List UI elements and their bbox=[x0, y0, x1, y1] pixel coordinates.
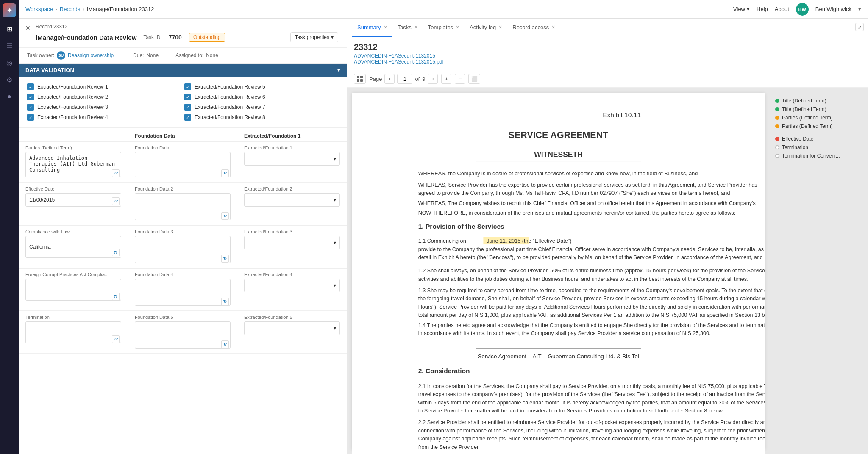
svg-text:WITNESSETH: WITNESSETH bbox=[534, 150, 583, 159]
app-logo[interactable]: ✦ bbox=[3, 3, 16, 17]
svg-text:Company against applicable rec: Company against applicable receipts. Suc… bbox=[418, 436, 765, 442]
reassign-link[interactable]: Reassign ownership bbox=[68, 53, 114, 58]
task-id-value: 7700 bbox=[169, 34, 182, 41]
next-page-button[interactable]: › bbox=[428, 74, 438, 84]
doc-link-1[interactable]: ADVANCEDIN-F1ASecurit-1132015 bbox=[354, 53, 861, 59]
fd2-tr-icon[interactable]: Tr bbox=[221, 212, 229, 220]
about-link[interactable]: About bbox=[775, 6, 789, 12]
breadcrumb-sep-2: › bbox=[83, 6, 84, 12]
sidebar-item-settings[interactable]: ⚙ bbox=[3, 73, 16, 86]
user-avatar[interactable]: BW bbox=[796, 3, 809, 16]
tab-templates[interactable]: Templates ✕ bbox=[423, 19, 465, 37]
tab-record-access[interactable]: Record access ✕ bbox=[507, 19, 560, 37]
help-link[interactable]: Help bbox=[757, 6, 768, 12]
extracted-1-dropdown[interactable]: ▾ bbox=[244, 152, 340, 166]
effective-tr-icon[interactable]: Tr bbox=[112, 197, 120, 205]
tab-tasks-close[interactable]: ✕ bbox=[414, 25, 418, 30]
fd5-tr-icon[interactable]: Tr bbox=[221, 340, 229, 348]
close-button[interactable]: ✕ bbox=[24, 24, 32, 32]
data-validation-header[interactable]: DATA VALIDATION ▾ bbox=[19, 64, 347, 77]
foreign-input[interactable] bbox=[25, 279, 121, 301]
extracted-3-dropdown[interactable]: ▾ bbox=[244, 236, 340, 249]
annotation-group-dates: Effective Date Termination Termination f… bbox=[775, 136, 858, 159]
view-dropdown[interactable]: View ▾ bbox=[733, 6, 750, 12]
prev-page-button[interactable]: ‹ bbox=[384, 74, 395, 84]
foreign-tr-icon[interactable]: Tr bbox=[112, 293, 120, 300]
sidebar-item-home[interactable]: ⊞ bbox=[3, 22, 16, 36]
checkbox-item-2[interactable]: Extracted/Foundation Review 2 bbox=[27, 94, 181, 100]
checkbox-item-7[interactable]: Extracted/Foundation Review 7 bbox=[184, 104, 338, 111]
extracted-2-dropdown[interactable]: ▾ bbox=[244, 193, 340, 207]
zoom-in-button[interactable]: + bbox=[441, 74, 451, 84]
doc-filename[interactable]: ADVANCEDIN-F1ASecurit-1132015.pdf bbox=[354, 59, 861, 65]
checkbox-2[interactable] bbox=[27, 94, 34, 100]
foundation-data-4-input[interactable] bbox=[135, 279, 231, 306]
compliance-tr-icon[interactable]: Tr bbox=[112, 249, 120, 256]
fd1-tr-icon[interactable]: Tr bbox=[221, 169, 229, 177]
breadcrumb-current: iManage/Foundation 23312 bbox=[87, 6, 154, 12]
compliance-input[interactable]: California bbox=[25, 236, 121, 258]
breadcrumb-workspace[interactable]: Workspace bbox=[25, 6, 53, 12]
checkbox-7[interactable] bbox=[184, 104, 191, 111]
checkbox-5[interactable] bbox=[184, 83, 191, 90]
record-number: Record 23312 bbox=[36, 24, 338, 30]
checkbox-label-4: Extracted/Foundation Review 4 bbox=[37, 114, 108, 120]
task-owner-label: Task owner: bbox=[27, 53, 54, 58]
task-properties-button[interactable]: Task properties ▾ bbox=[290, 32, 338, 42]
checkbox-item-6[interactable]: Extracted/Foundation Review 6 bbox=[184, 94, 338, 100]
termination-input[interactable] bbox=[25, 321, 121, 343]
zoom-out-button[interactable]: − bbox=[455, 74, 465, 84]
tab-record-access-close[interactable]: ✕ bbox=[551, 25, 555, 30]
checkbox-1[interactable] bbox=[27, 83, 34, 90]
foundation-data-3-input[interactable] bbox=[135, 236, 231, 263]
svg-text:detail in Exhibit A hereto (th: detail in Exhibit A hereto (the "Service… bbox=[418, 255, 765, 260]
svg-text:WHEREAS, the Company is in des: WHEREAS, the Company is in desire of pro… bbox=[418, 171, 698, 177]
sidebar-item-profile[interactable]: ● bbox=[3, 90, 16, 103]
svg-text:WHEREAS, The Company wishes to: WHEREAS, The Company wishes to recruit t… bbox=[418, 200, 756, 206]
checkbox-4[interactable] bbox=[27, 114, 34, 121]
parties-input[interactable]: Advanced Inhalation Therapies (AIT) Ltd.… bbox=[25, 152, 121, 177]
checkbox-8[interactable] bbox=[184, 114, 191, 121]
fd4-tr-icon[interactable]: Tr bbox=[221, 298, 229, 305]
foundation-data-1-input[interactable] bbox=[135, 152, 231, 177]
effective-date-field: Effective Date 11/06/2015 Tr bbox=[19, 183, 128, 225]
extracted-3-field: Extracted/Foundation 3 ▾ bbox=[237, 226, 347, 268]
extracted-5-dropdown[interactable]: ▾ bbox=[244, 321, 340, 335]
foundation-data-5-input[interactable] bbox=[135, 321, 231, 349]
extracted-4-dropdown[interactable]: ▾ bbox=[244, 279, 340, 292]
extracted-2-field: Extracted/Foundation 2 ▾ bbox=[237, 183, 347, 225]
maximize-button[interactable]: ⤢ bbox=[855, 23, 864, 31]
checkbox-item-4[interactable]: Extracted/Foundation Review 4 bbox=[27, 114, 181, 121]
tab-tasks[interactable]: Tasks ✕ bbox=[392, 19, 423, 37]
fit-page-button[interactable]: ⬜ bbox=[468, 74, 480, 84]
view-grid-icon[interactable] bbox=[354, 74, 366, 84]
tab-summary[interactable]: Summary ✕ bbox=[352, 19, 392, 37]
form-row-effective: Effective Date 11/06/2015 Tr Foundation … bbox=[19, 183, 347, 225]
tab-activity-log-close[interactable]: ✕ bbox=[498, 25, 502, 30]
breadcrumb-records[interactable]: Records bbox=[60, 6, 80, 12]
checkbox-item-3[interactable]: Extracted/Foundation Review 3 bbox=[27, 104, 181, 111]
page-input[interactable] bbox=[397, 74, 412, 84]
doc-scroll-area[interactable]: Exhibit 10.11 SERVICE AGREEMENT WITNESSE… bbox=[347, 88, 868, 454]
termination-tr-icon[interactable]: Tr bbox=[112, 335, 120, 343]
checkbox-item-8[interactable]: Extracted/Foundation Review 8 bbox=[184, 114, 338, 121]
tab-summary-close[interactable]: ✕ bbox=[384, 25, 387, 30]
checkbox-item-5[interactable]: Extracted/Foundation Review 5 bbox=[184, 83, 338, 90]
left-panel: ✕ Record 23312 iManage/Foundation Data R… bbox=[19, 19, 347, 454]
sidebar-item-tasks[interactable]: ◎ bbox=[3, 56, 16, 69]
tab-activity-log[interactable]: Activity log ✕ bbox=[465, 19, 507, 37]
checkbox-6[interactable] bbox=[184, 94, 191, 100]
checkbox-3[interactable] bbox=[27, 104, 34, 111]
dot-green-1 bbox=[775, 99, 779, 103]
compliance-label: Compliance with Law bbox=[25, 229, 121, 234]
sidebar-item-list[interactable]: ☰ bbox=[3, 39, 16, 53]
checkbox-item-1[interactable]: Extracted/Foundation Review 1 bbox=[27, 83, 181, 90]
fd3-tr-icon[interactable]: Tr bbox=[221, 255, 229, 263]
view-label: View bbox=[733, 6, 745, 12]
foundation-data-2-input[interactable] bbox=[135, 193, 231, 220]
foundation-data-2-label: Foundation Data 2 bbox=[135, 186, 231, 191]
doc-info: 23312 ADVANCEDIN-F1ASecurit-1132015 ADVA… bbox=[347, 37, 868, 70]
tab-templates-close[interactable]: ✕ bbox=[456, 25, 459, 30]
parties-tr-icon[interactable]: Tr bbox=[112, 169, 120, 177]
effective-date-input[interactable]: 11/06/2015 bbox=[25, 193, 121, 207]
